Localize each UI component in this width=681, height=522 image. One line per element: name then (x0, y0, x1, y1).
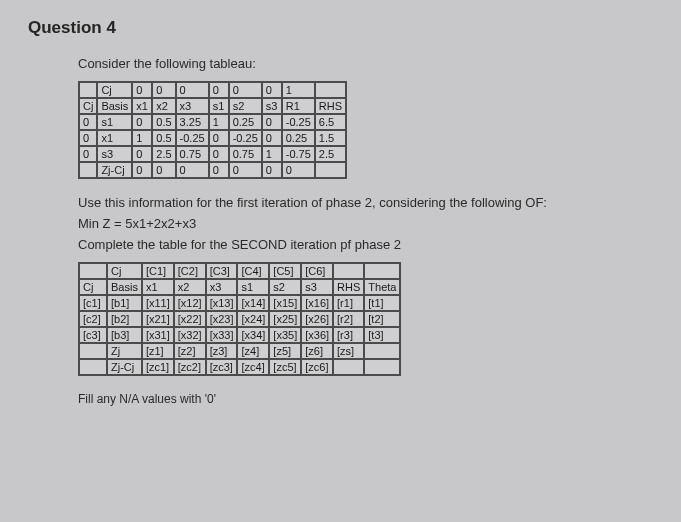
cell: 0 (176, 162, 209, 178)
cell: [x22] (174, 311, 206, 327)
cell: x1 (132, 98, 152, 114)
cell: [x12] (174, 295, 206, 311)
cell: RHS (333, 279, 364, 295)
cell: 0 (262, 130, 282, 146)
cell: [x23] (206, 311, 238, 327)
cell: [C5] (269, 263, 301, 279)
cell: 0 (152, 162, 175, 178)
cell: Zj (107, 343, 142, 359)
cell: [c3] (79, 327, 107, 343)
cell: x2 (152, 98, 175, 114)
cell: 0 (132, 146, 152, 162)
cell: Theta (364, 279, 400, 295)
cell: Zj-Cj (97, 162, 132, 178)
cell: [x33] (206, 327, 238, 343)
cell (79, 263, 107, 279)
cell: [x15] (269, 295, 301, 311)
cell: s3 (301, 279, 333, 295)
cell: 0.25 (282, 130, 315, 146)
tableau-1: Cj 0 0 0 0 0 0 1 Cj Basis x1 x2 x3 s1 s2… (78, 81, 347, 179)
cell: 0 (176, 82, 209, 98)
cell (333, 359, 364, 375)
cell: [zc6] (301, 359, 333, 375)
table-row: 0 s1 0 0.5 3.25 1 0.25 0 -0.25 6.5 (79, 114, 346, 130)
cell: s3 (97, 146, 132, 162)
cell: 0 (262, 114, 282, 130)
cell: [b1] (107, 295, 142, 311)
cell: [C1] (142, 263, 174, 279)
cell: 0 (79, 146, 97, 162)
cell: 0.75 (176, 146, 209, 162)
table-row: Cj Basis x1 x2 x3 s1 s2 s3 R1 RHS (79, 98, 346, 114)
table-row: Cj 0 0 0 0 0 0 1 (79, 82, 346, 98)
cell: 1 (209, 114, 229, 130)
tableau-2: Cj [C1] [C2] [C3] [C4] [C5] [C6] Cj Basi… (78, 262, 401, 376)
table-row: Cj [C1] [C2] [C3] [C4] [C5] [C6] (79, 263, 400, 279)
cell: 1.5 (315, 130, 346, 146)
cell: [x26] (301, 311, 333, 327)
cell: [c1] (79, 295, 107, 311)
cell: 2.5 (152, 146, 175, 162)
cell: [r3] (333, 327, 364, 343)
cell: [z1] (142, 343, 174, 359)
cell: 0 (79, 130, 97, 146)
cell: [t2] (364, 311, 400, 327)
cell: x3 (206, 279, 238, 295)
cell: [r1] (333, 295, 364, 311)
cell: x1 (142, 279, 174, 295)
cell: -0.25 (282, 114, 315, 130)
table-row: Zj-Cj 0 0 0 0 0 0 0 (79, 162, 346, 178)
cell: 0 (209, 130, 229, 146)
cell: 0.5 (152, 130, 175, 146)
cell: [x36] (301, 327, 333, 343)
cell: 0 (262, 82, 282, 98)
cell: [x13] (206, 295, 238, 311)
cell: [x35] (269, 327, 301, 343)
cell: [b2] (107, 311, 142, 327)
cell (333, 263, 364, 279)
cell: [zc3] (206, 359, 238, 375)
cell: [C3] (206, 263, 238, 279)
cell (79, 162, 97, 178)
cell: Cj (97, 82, 132, 98)
table-row: 0 s3 0 2.5 0.75 0 0.75 1 -0.75 2.5 (79, 146, 346, 162)
cell: [z6] (301, 343, 333, 359)
cell: [x14] (237, 295, 269, 311)
cell: [zc1] (142, 359, 174, 375)
cell (79, 343, 107, 359)
cell: Cj (79, 98, 97, 114)
cell: [z5] (269, 343, 301, 359)
cell: [zs] (333, 343, 364, 359)
table-row: [c2] [b2] [x21] [x22] [x23] [x24] [x25] … (79, 311, 400, 327)
cell: [x16] (301, 295, 333, 311)
cell: [b3] (107, 327, 142, 343)
cell: -0.75 (282, 146, 315, 162)
cell: 0 (229, 82, 262, 98)
cell: [c2] (79, 311, 107, 327)
cell (364, 263, 400, 279)
cell: 6.5 (315, 114, 346, 130)
cell: s2 (229, 98, 262, 114)
cell: s1 (97, 114, 132, 130)
question-number: Question 4 (28, 18, 653, 38)
cell: [z2] (174, 343, 206, 359)
cell: [x32] (174, 327, 206, 343)
cell: s2 (269, 279, 301, 295)
intro-text: Consider the following tableau: (78, 56, 653, 71)
cell: [x24] (237, 311, 269, 327)
table-row: Zj [z1] [z2] [z3] [z4] [z5] [z6] [zs] (79, 343, 400, 359)
cell: 0 (209, 146, 229, 162)
cell: [x11] (142, 295, 174, 311)
cell: [z3] (206, 343, 238, 359)
cell (79, 82, 97, 98)
cell: 0.5 (152, 114, 175, 130)
cell: 0 (282, 162, 315, 178)
cell: [x34] (237, 327, 269, 343)
table-row: 0 x1 1 0.5 -0.25 0 -0.25 0 0.25 1.5 (79, 130, 346, 146)
table-row: Zj-Cj [zc1] [zc2] [zc3] [zc4] [zc5] [zc6… (79, 359, 400, 375)
cell: 1 (132, 130, 152, 146)
table-row: Cj Basis x1 x2 x3 s1 s2 s3 RHS Theta (79, 279, 400, 295)
cell: Cj (107, 263, 142, 279)
table-row: [c1] [b1] [x11] [x12] [x13] [x14] [x15] … (79, 295, 400, 311)
cell: s1 (237, 279, 269, 295)
